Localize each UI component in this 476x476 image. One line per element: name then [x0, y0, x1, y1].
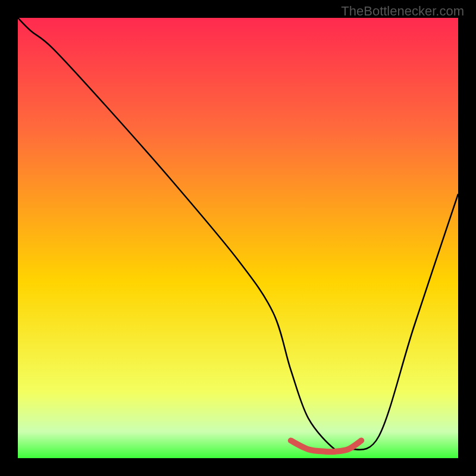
gradient-background [18, 18, 458, 458]
chart-svg [18, 18, 458, 458]
watermark-text: TheBottlenecker.com [341, 4, 464, 19]
chart-area [18, 18, 458, 458]
